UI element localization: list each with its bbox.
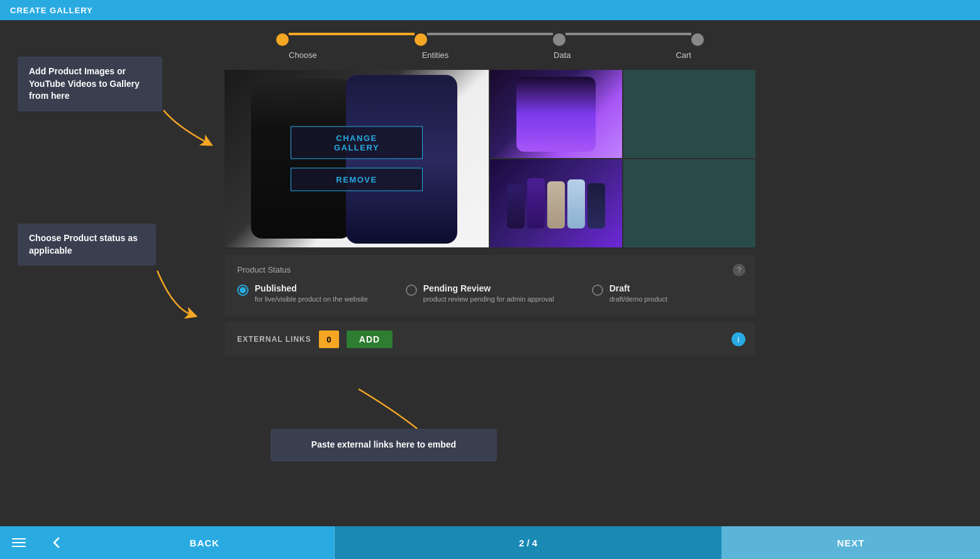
step-dot-entities (415, 33, 427, 46)
step-indicator: Choose Entities Data Cart (276, 33, 704, 60)
gallery-grid: CHANGE GALLERY REMOVE (225, 70, 755, 247)
step-entities (415, 33, 427, 46)
step-dot-cart (691, 33, 704, 46)
radio-pending[interactable] (406, 285, 417, 296)
status-option-pending[interactable]: Pending Review product review pending fo… (406, 283, 554, 303)
status-name-pending: Pending Review (423, 283, 554, 293)
progress-indicator: 2 / 4 (335, 526, 722, 559)
remove-gallery-button[interactable]: REMOVE (291, 168, 423, 191)
step-connector-2 (427, 33, 553, 35)
info-icon[interactable]: i (732, 332, 745, 346)
external-links-label: EXTERNAL LINKS (237, 335, 311, 344)
gallery-main-cell: CHANGE GALLERY REMOVE (225, 70, 489, 247)
gallery-overlay: CHANGE GALLERY REMOVE (291, 127, 423, 191)
tooltip-embed: Paste external links here to embed (270, 429, 497, 461)
step-label-data: Data (554, 50, 571, 60)
status-option-published[interactable]: Published for live/visible product on th… (237, 283, 368, 303)
status-text-draft: Draft draft/demo product (610, 283, 667, 303)
step-connector-3 (565, 33, 691, 35)
app-title: CREATE GALLERY (10, 6, 93, 15)
step-label-cart: Cart (676, 50, 691, 60)
phone-mini-3 (547, 181, 565, 229)
hamburger-icon (12, 538, 26, 547)
step-data (553, 33, 565, 46)
bottom-bar: BACK 2 / 4 NEXT (0, 526, 980, 559)
status-desc-draft: draft/demo product (610, 295, 667, 303)
step-labels: Choose Entities Data Cart (289, 47, 691, 60)
help-icon[interactable]: ? (733, 264, 745, 276)
gallery-image-top-right-1 (490, 70, 622, 158)
radio-published[interactable] (237, 285, 248, 296)
status-desc-pending: product review pending for admin approva… (423, 295, 554, 303)
status-text-pending: Pending Review product review pending fo… (423, 283, 554, 303)
step-dot-choose (276, 33, 289, 46)
step-choose (276, 33, 289, 46)
status-desc-published: for live/visible product on the website (255, 295, 368, 303)
back-arrow-button[interactable] (38, 526, 75, 559)
product-status-title: Product Status (237, 265, 743, 274)
top-bar: CREATE GALLERY (0, 0, 980, 20)
phone-mini-2 (527, 178, 545, 229)
change-gallery-button[interactable]: CHANGE GALLERY (291, 127, 423, 159)
back-button[interactable]: BACK (75, 526, 335, 559)
radio-inner-published (240, 287, 246, 293)
product-status-section: Product Status ? Published for live/visi… (225, 255, 755, 315)
tooltip-gallery: Add Product Images or YouTube Videos to … (18, 57, 162, 111)
step-connector-1 (289, 33, 415, 35)
hamburger-menu[interactable] (0, 526, 38, 559)
step-cart (691, 33, 704, 46)
phone-row-mini (507, 178, 605, 229)
phone-mini-5 (587, 183, 605, 229)
gallery-cell-top-right-1[interactable] (490, 70, 622, 158)
next-button[interactable]: NEXT (721, 526, 980, 559)
step-label-entities: Entities (422, 50, 449, 60)
gallery-image-bottom-right-1 (490, 159, 622, 247)
phone-mini-1 (507, 184, 525, 229)
gallery-cell-bottom-right-1[interactable] (490, 159, 622, 247)
status-name-draft: Draft (610, 283, 667, 293)
radio-draft[interactable] (592, 285, 603, 296)
add-external-link-button[interactable]: ADD (347, 330, 393, 348)
status-options: Published for live/visible product on th… (237, 283, 743, 303)
external-links-count: 0 (319, 330, 339, 348)
status-option-draft[interactable]: Draft draft/demo product (592, 283, 667, 303)
status-name-published: Published (255, 283, 368, 293)
external-links-section: EXTERNAL LINKS 0 ADD i (225, 322, 755, 357)
step-label-choose: Choose (289, 50, 317, 60)
status-text-published: Published for live/visible product on th… (255, 283, 368, 303)
gallery-cell-top-right-2[interactable] (623, 70, 755, 158)
gallery-cell-bottom-right-2[interactable] (623, 159, 755, 247)
step-dot-data (553, 33, 565, 46)
phone-mini-4 (567, 179, 585, 229)
chevron-left-icon (51, 537, 62, 548)
tooltip-status: Choose Product status as applicable (18, 223, 156, 266)
